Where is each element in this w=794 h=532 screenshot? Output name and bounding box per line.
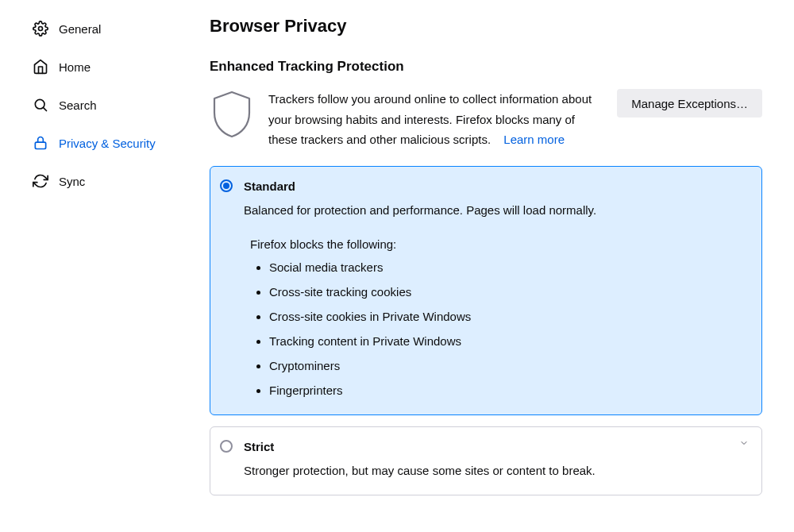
search-icon — [32, 96, 49, 114]
blocks-list: Social media trackers Cross-site trackin… — [269, 260, 749, 397]
option-standard[interactable]: Standard Balanced for protection and per… — [210, 166, 762, 415]
home-icon — [32, 58, 49, 75]
etp-actions: Manage Exceptions… — [617, 89, 762, 150]
radio-standard[interactable] — [220, 179, 233, 192]
sidebar-item-search[interactable]: Search — [27, 89, 189, 121]
sidebar-item-label: Search — [59, 98, 97, 112]
sidebar-item-label: Home — [59, 60, 91, 74]
etp-description-block: Trackers follow you around online to col… — [268, 89, 603, 150]
option-strict[interactable]: Strict Stronger protection, but may caus… — [210, 426, 762, 495]
sidebar-item-general[interactable]: General — [27, 13, 189, 44]
settings-main: Browser Privacy Enhanced Tracking Protec… — [202, 0, 794, 532]
block-item: Tracking content in Private Windows — [269, 334, 749, 348]
gear-icon — [32, 20, 49, 37]
block-item: Fingerprinters — [269, 384, 749, 397]
lock-icon — [32, 134, 49, 152]
option-header: Standard — [220, 179, 749, 193]
block-item: Cross-site tracking cookies — [269, 285, 749, 299]
radio-strict[interactable] — [220, 440, 233, 453]
sidebar-item-sync[interactable]: Sync — [27, 165, 189, 197]
shield-icon — [210, 89, 254, 140]
block-item: Social media trackers — [269, 260, 749, 274]
sidebar-item-label: General — [59, 22, 101, 36]
block-item: Cross-site cookies in Private Windows — [269, 310, 749, 323]
block-item: Cryptominers — [269, 359, 749, 372]
sidebar-item-privacy-security[interactable]: Privacy & Security — [27, 127, 189, 159]
option-header: Strict — [220, 440, 749, 453]
svg-point-0 — [39, 27, 43, 31]
etp-heading: Enhanced Tracking Protection — [210, 59, 762, 75]
option-description: Balanced for protection and performance.… — [244, 201, 749, 220]
sidebar-item-home[interactable]: Home — [27, 51, 189, 83]
sidebar-item-label: Sync — [59, 175, 85, 188]
learn-more-link[interactable]: Learn more — [503, 133, 565, 146]
chevron-down-icon[interactable] — [739, 438, 749, 448]
manage-exceptions-button[interactable]: Manage Exceptions… — [617, 89, 762, 118]
svg-rect-3 — [35, 142, 45, 148]
sync-icon — [32, 172, 49, 190]
sidebar-item-label: Privacy & Security — [59, 137, 156, 150]
option-title: Strict — [244, 440, 274, 453]
settings-sidebar: General Home Search Privacy & Security S… — [0, 0, 202, 532]
blocks-intro: Firefox blocks the following: — [250, 237, 749, 251]
page-title: Browser Privacy — [210, 16, 762, 37]
etp-intro: Trackers follow you around online to col… — [210, 89, 762, 150]
option-title: Standard — [244, 179, 295, 193]
option-description: Stronger protection, but may cause some … — [244, 461, 749, 480]
svg-point-1 — [35, 99, 44, 109]
svg-line-2 — [44, 108, 47, 111]
